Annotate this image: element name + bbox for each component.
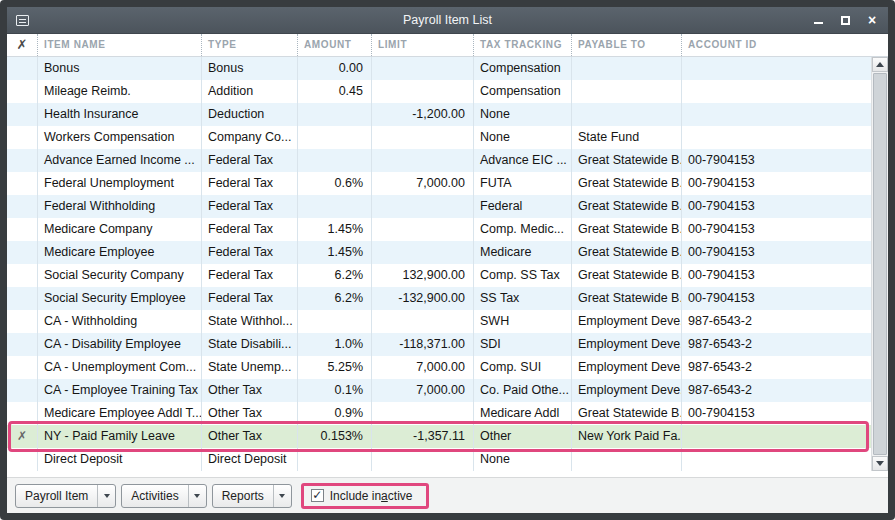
vertical-scrollbar[interactable] [871, 57, 888, 471]
footer-toolbar: Payroll Item Activities Reports ✓ [7, 477, 888, 513]
inactive-x-icon [7, 264, 37, 287]
table-row[interactable]: Social Security Employee Federal Tax 6.2… [7, 287, 871, 310]
cell-amount [297, 310, 371, 333]
cell-tax-tracking: Other [473, 425, 571, 448]
table-row[interactable]: Direct Deposit Direct Deposit None [7, 448, 871, 471]
table-row[interactable]: Federal Unemployment Federal Tax 0.6% 7,… [7, 172, 871, 195]
scrollbar-track[interactable] [872, 72, 888, 456]
cell-limit [371, 126, 473, 149]
cell-item-name: Social Security Company [37, 264, 201, 287]
table-row[interactable]: CA - Employee Training Tax Other Tax 0.1… [7, 379, 871, 402]
cell-account-id: 00-7904153 [681, 264, 871, 287]
dropdown-arrow-icon[interactable] [98, 485, 115, 507]
window-controls: × [811, 13, 879, 27]
scrollbar-thumb[interactable] [873, 73, 887, 455]
cell-type: Federal Tax [201, 241, 297, 264]
table-row[interactable]: Social Security Company Federal Tax 6.2%… [7, 264, 871, 287]
titlebar[interactable]: Payroll Item List × [7, 7, 888, 34]
table-row[interactable]: Health Insurance Deduction -1,200.00 Non… [7, 103, 871, 126]
maximize-button[interactable] [838, 13, 852, 27]
cell-payable-to: Employment Deve... [571, 379, 681, 402]
cell-tax-tracking: Compensation [473, 80, 571, 103]
table-row[interactable]: Advance Earned Income ... Federal Tax Ad… [7, 149, 871, 172]
annotation-box-include-inactive: ✓ Include inactive [301, 483, 430, 509]
cell-payable-to: Great Statewide B... [571, 218, 681, 241]
cell-limit: 7,000.00 [371, 356, 473, 379]
cell-amount [297, 448, 371, 471]
cell-account-id [681, 57, 871, 80]
cell-tax-tracking: Medicare Addl [473, 402, 571, 425]
cell-limit: 7,000.00 [371, 379, 473, 402]
cell-type: Deduction [201, 103, 297, 126]
cell-amount [297, 195, 371, 218]
reports-menu-label: Reports [213, 485, 273, 507]
cell-limit [371, 402, 473, 425]
checkbox-icon: ✓ [311, 489, 324, 502]
cell-tax-tracking: FUTA [473, 172, 571, 195]
table-row[interactable]: Workers Compensation Company Co... None … [7, 126, 871, 149]
cell-type: Other Tax [201, 379, 297, 402]
cell-account-id: 00-7904153 [681, 172, 871, 195]
minimize-button[interactable] [811, 13, 825, 27]
cell-item-name: CA - Disability Employee [37, 333, 201, 356]
cell-type: Federal Tax [201, 149, 297, 172]
cell-payable-to: New York Paid Fa... [571, 425, 681, 448]
inactive-column-icon: ✗ [7, 34, 37, 56]
table-row[interactable]: Federal Withholding Federal Tax Federal … [7, 195, 871, 218]
cell-payable-to: Employment Deve... [571, 356, 681, 379]
cell-item-name: Medicare Employee [37, 241, 201, 264]
inactive-x-icon [7, 57, 37, 80]
table-row[interactable]: ✗ NY - Paid Family Leave Other Tax 0.153… [7, 425, 871, 448]
inactive-x-icon [7, 310, 37, 333]
table-row[interactable]: Medicare Employee Addl T... Other Tax 0.… [7, 402, 871, 425]
payroll-items-table: Bonus Bonus 0.00 Compensation Mileage Re… [7, 57, 871, 471]
scroll-down-icon [876, 461, 884, 466]
cell-amount [297, 103, 371, 126]
cell-payable-to: Great Statewide B... [571, 264, 681, 287]
column-header-limit: LIMIT [371, 34, 473, 56]
dropdown-arrow-icon[interactable] [189, 485, 206, 507]
cell-item-name: CA - Unemployment Com... [37, 356, 201, 379]
table-row[interactable]: Medicare Employee Federal Tax 1.45% Medi… [7, 241, 871, 264]
cell-item-name: Health Insurance [37, 103, 201, 126]
inactive-x-icon [7, 172, 37, 195]
cell-tax-tracking: Medicare [473, 241, 571, 264]
dropdown-arrow-icon[interactable] [274, 485, 291, 507]
reports-menu-button[interactable]: Reports [212, 484, 292, 508]
cell-item-name: Social Security Employee [37, 287, 201, 310]
scroll-up-button[interactable] [872, 57, 888, 72]
cell-limit [371, 195, 473, 218]
cell-limit: 132,900.00 [371, 264, 473, 287]
table-row[interactable]: Medicare Company Federal Tax 1.45% Comp.… [7, 218, 871, 241]
cell-payable-to [571, 80, 681, 103]
cell-amount: 0.153% [297, 425, 371, 448]
cell-type: Other Tax [201, 425, 297, 448]
column-header-item-name: ITEM NAME [37, 34, 201, 56]
cell-tax-tracking: None [473, 126, 571, 149]
cell-tax-tracking: Advance EIC ... [473, 149, 571, 172]
cell-amount: 0.1% [297, 379, 371, 402]
cell-amount: 1.0% [297, 333, 371, 356]
cell-item-name: CA - Employee Training Tax [37, 379, 201, 402]
cell-payable-to [571, 103, 681, 126]
cell-account-id [681, 103, 871, 126]
table-row[interactable]: Mileage Reimb. Addition 0.45 Compensatio… [7, 80, 871, 103]
inactive-x-icon [7, 126, 37, 149]
cell-tax-tracking: SWH [473, 310, 571, 333]
cell-tax-tracking: SS Tax [473, 287, 571, 310]
column-header-account-id: ACCOUNT ID [681, 34, 888, 56]
close-button[interactable]: × [865, 13, 879, 27]
activities-menu-label: Activities [122, 485, 187, 507]
cell-tax-tracking: Comp. SUI [473, 356, 571, 379]
payroll-item-menu-button[interactable]: Payroll Item [15, 484, 116, 508]
table-row[interactable]: CA - Unemployment Com... State Unemp... … [7, 356, 871, 379]
table-row[interactable]: CA - Disability Employee State Disabili.… [7, 333, 871, 356]
scroll-down-button[interactable] [872, 456, 888, 471]
activities-menu-button[interactable]: Activities [121, 484, 206, 508]
cell-tax-tracking: Co. Paid Othe... [473, 379, 571, 402]
table-row[interactable]: Bonus Bonus 0.00 Compensation [7, 57, 871, 80]
cell-limit [371, 80, 473, 103]
include-inactive-checkbox[interactable]: ✓ Include inactive [311, 489, 413, 503]
cell-payable-to: Great Statewide B... [571, 287, 681, 310]
table-row[interactable]: CA - Withholding State Withhol... SWH Em… [7, 310, 871, 333]
